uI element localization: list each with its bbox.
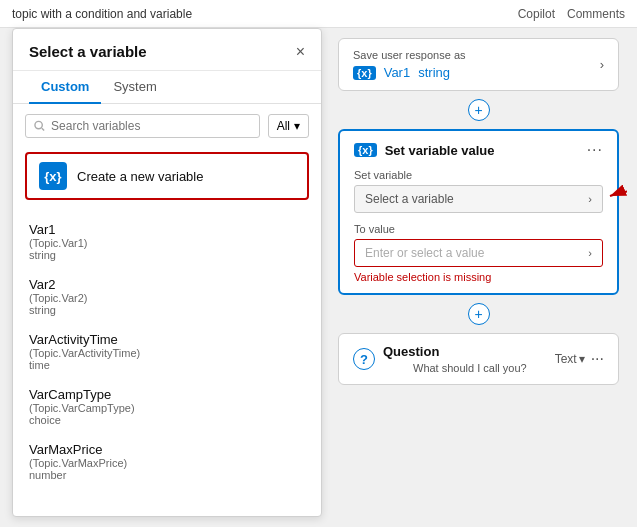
svg-line-1	[42, 128, 44, 130]
copilot-button[interactable]: Copilot	[518, 7, 555, 21]
select-chevron-icon: ›	[588, 193, 592, 205]
to-value-label: To value	[354, 223, 603, 235]
question-title: Question	[383, 344, 527, 359]
setvar-menu-button[interactable]: ···	[587, 141, 603, 159]
search-row: All ▾	[13, 104, 321, 146]
setvar-title-row: {x} Set variable value	[354, 143, 495, 158]
add-node-button-2[interactable]: +	[468, 303, 490, 325]
to-value-chevron-icon: ›	[588, 247, 592, 259]
setvar-badge: {x}	[354, 143, 377, 157]
tab-bar: Custom System	[13, 71, 321, 104]
select-variable-row: Select a variable ›	[354, 185, 603, 213]
connector-plus-1: +	[338, 99, 619, 121]
filter-dropdown[interactable]: All ▾	[268, 114, 309, 138]
search-input[interactable]	[51, 119, 251, 133]
list-item[interactable]: VarActivityTime (Topic.VarActivityTime) …	[13, 324, 321, 379]
save-response-label: Save user response as	[353, 49, 466, 61]
to-value-placeholder: Enter or select a value	[365, 246, 484, 260]
question-menu-button[interactable]: ···	[591, 350, 604, 368]
comments-button[interactable]: Comments	[567, 7, 625, 21]
question-type[interactable]: Text ▾	[555, 352, 585, 366]
save-var-name: Var1	[384, 65, 411, 80]
save-response-value: {x} Var1 string	[353, 65, 466, 80]
page-title: topic with a condition and variable	[12, 7, 192, 21]
select-variable-field[interactable]: Select a variable ›	[354, 185, 603, 213]
set-variable-card: {x} Set variable value ··· Set variable …	[338, 129, 619, 295]
canvas-area: Save user response as {x} Var1 string › …	[330, 28, 627, 517]
save-response-content: Save user response as {x} Var1 string	[353, 49, 466, 80]
create-variable-button[interactable]: {x} Create a new variable	[25, 152, 309, 200]
question-icon: ?	[353, 348, 375, 370]
question-right: Text ▾ ···	[555, 350, 604, 368]
top-bar-actions: Copilot Comments	[518, 7, 625, 21]
top-bar: topic with a condition and variable Copi…	[0, 0, 637, 28]
svg-point-0	[35, 121, 42, 128]
var-badge: {x}	[353, 66, 376, 80]
red-arrow-annotation	[605, 181, 627, 211]
to-value-field[interactable]: Enter or select a value ›	[354, 239, 603, 267]
list-item[interactable]: Var1 (Topic.Var1) string	[13, 214, 321, 269]
save-chevron-icon: ›	[600, 57, 604, 72]
save-var-type: string	[418, 65, 450, 80]
error-message: Variable selection is missing	[354, 271, 603, 283]
connector-plus-2: +	[338, 303, 619, 325]
setvar-title: Set variable value	[385, 143, 495, 158]
setvar-header: {x} Set variable value ···	[354, 141, 603, 159]
tab-custom[interactable]: Custom	[29, 71, 101, 104]
set-variable-label: Set variable	[354, 169, 603, 181]
add-node-button-1[interactable]: +	[468, 99, 490, 121]
variable-list: Var1 (Topic.Var1) string Var2 (Topic.Var…	[13, 210, 321, 516]
list-item[interactable]: Var2 (Topic.Var2) string	[13, 269, 321, 324]
panel-header: Select a variable ×	[13, 29, 321, 71]
search-icon	[34, 120, 45, 132]
select-variable-placeholder: Select a variable	[365, 192, 454, 206]
question-card[interactable]: ? Question What should I call you? Text …	[338, 333, 619, 385]
question-subtitle: What should I call you?	[383, 362, 527, 374]
question-left: ? Question What should I call you?	[353, 344, 527, 374]
list-item[interactable]: VarCampType (Topic.VarCampType) choice	[13, 379, 321, 434]
create-variable-label: Create a new variable	[77, 169, 203, 184]
list-item[interactable]: VarMaxPrice (Topic.VarMaxPrice) number	[13, 434, 321, 489]
create-var-icon: {x}	[39, 162, 67, 190]
save-response-card[interactable]: Save user response as {x} Var1 string ›	[338, 38, 619, 91]
select-variable-panel: Select a variable × Custom System All ▾ …	[12, 28, 322, 517]
close-button[interactable]: ×	[296, 44, 305, 60]
panel-title: Select a variable	[29, 43, 147, 60]
tab-system[interactable]: System	[101, 71, 168, 104]
search-input-wrap[interactable]	[25, 114, 260, 138]
question-info: Question What should I call you?	[383, 344, 527, 374]
